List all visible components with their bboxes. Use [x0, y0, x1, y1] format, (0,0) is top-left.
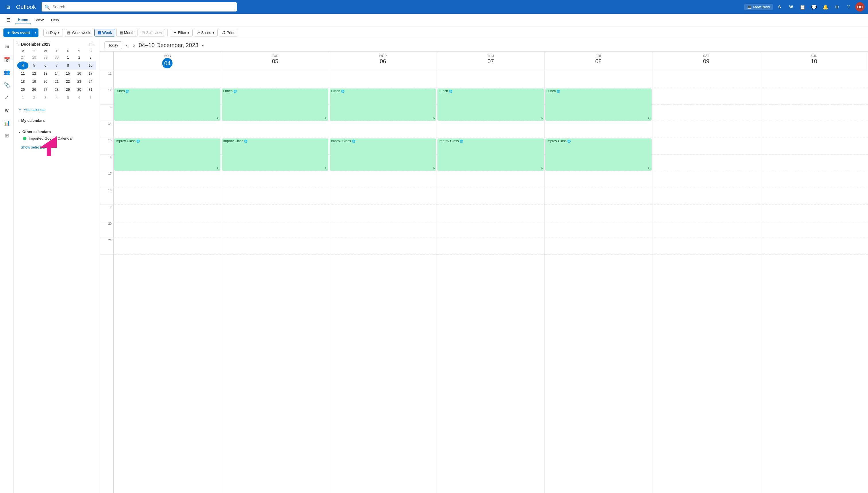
new-event-dropdown-button[interactable]: ▾ — [33, 29, 38, 37]
nav-word[interactable]: W — [1, 105, 13, 116]
mini-cal-day[interactable]: 28 — [51, 86, 62, 94]
mini-cal-day[interactable]: 8 — [62, 62, 73, 69]
mini-cal-day[interactable]: 6 — [40, 62, 51, 69]
mini-cal-day[interactable]: 30 — [51, 53, 62, 62]
mini-cal-day[interactable]: 3 — [40, 94, 51, 102]
mini-cal-day[interactable]: 2 — [28, 94, 40, 102]
mini-cal-day[interactable]: 15 — [62, 69, 73, 78]
calendar-event[interactable]: Improv Class 🌐↻ — [222, 138, 328, 171]
nav-people[interactable]: 👥 — [1, 67, 13, 78]
mini-cal-day[interactable]: 5 — [28, 62, 40, 69]
mini-cal-day[interactable]: 6 — [73, 94, 85, 102]
help-icon[interactable]: ? — [844, 2, 853, 12]
mini-cal-day[interactable]: 23 — [73, 78, 85, 86]
add-calendar-button[interactable]: ＋ Add calendar — [16, 105, 97, 114]
calendar-event[interactable]: Improv Class 🌐↻ — [545, 138, 652, 171]
mini-cal-day[interactable]: 4 — [17, 62, 28, 69]
nav-tasks[interactable]: ✓ — [1, 92, 13, 103]
mini-cal-day[interactable]: 19 — [28, 78, 40, 86]
mini-cal-day[interactable]: 26 — [28, 86, 40, 94]
calendar-event[interactable]: Improv Class 🌐↻ — [330, 138, 436, 171]
mini-cal-day[interactable]: 24 — [85, 78, 96, 86]
notifications-icon[interactable]: 🔔 — [821, 2, 830, 12]
mini-cal-day[interactable]: 17 — [85, 69, 96, 78]
settings-icon[interactable]: ⚙ — [832, 2, 842, 12]
calendar-event[interactable]: Improv Class 🌐↻ — [437, 138, 544, 171]
split-view-button[interactable]: ⊡ Split view — [139, 29, 165, 37]
mini-cal-day[interactable]: 22 — [62, 78, 73, 86]
nav-calendar[interactable]: 📅 — [1, 54, 13, 65]
nav-files[interactable]: 📎 — [1, 79, 13, 91]
mini-cal-day[interactable]: 9 — [73, 62, 85, 69]
calendar-event[interactable]: Improv Class 🌐↻ — [114, 138, 221, 171]
mini-cal-day[interactable]: 29 — [40, 53, 51, 62]
day-number[interactable]: 10 — [761, 58, 867, 65]
mini-cal-day[interactable]: 3 — [85, 53, 96, 62]
mini-cal-day[interactable]: 2 — [73, 53, 85, 62]
skype-icon[interactable]: S — [775, 2, 784, 12]
mini-cal-day[interactable]: 1 — [62, 53, 73, 62]
print-button[interactable]: 🖨 Print — [219, 29, 238, 37]
next-week-button[interactable]: › — [132, 42, 136, 49]
hamburger-menu[interactable]: ☰ — [3, 16, 13, 24]
nav-mail[interactable]: ✉ — [1, 41, 13, 53]
mini-cal-day[interactable]: 4 — [51, 94, 62, 102]
word-icon[interactable]: W — [786, 2, 796, 12]
mini-cal-day[interactable]: 20 — [40, 78, 51, 86]
mini-cal-day[interactable]: 14 — [51, 69, 62, 78]
calendar-event[interactable]: Lunch 🌐↻ — [330, 88, 436, 121]
my-calendars-header[interactable]: › My calendars — [18, 117, 95, 124]
nav-excel[interactable]: 📊 — [1, 117, 13, 129]
search-input[interactable] — [52, 5, 234, 9]
day-number[interactable]: 04 — [162, 58, 173, 68]
day-number[interactable]: 08 — [546, 58, 651, 65]
tasks-icon[interactable]: 📋 — [798, 2, 807, 12]
date-range-dropdown-button[interactable]: ▾ — [202, 43, 204, 48]
prev-week-button[interactable]: ‹ — [124, 42, 129, 49]
mini-cal-day[interactable]: 11 — [17, 69, 28, 78]
share-button[interactable]: ↗ Share ▾ — [194, 29, 218, 37]
mini-cal-day[interactable]: 28 — [28, 53, 40, 62]
mini-cal-prev-button[interactable]: ↑ — [88, 41, 92, 47]
tab-view[interactable]: View — [33, 16, 46, 24]
mini-cal-collapse-button[interactable]: ∨ — [17, 42, 20, 46]
tab-help[interactable]: Help — [48, 16, 62, 24]
mini-cal-next-button[interactable]: ↓ — [92, 41, 96, 47]
mini-cal-day[interactable]: 10 — [85, 62, 96, 69]
mini-cal-day[interactable]: 31 — [85, 86, 96, 94]
day-number[interactable]: 07 — [438, 58, 543, 65]
month-view-button[interactable]: ▦ Month — [116, 29, 137, 37]
calendar-event[interactable]: Lunch 🌐↻ — [437, 88, 544, 121]
calendar-event[interactable]: Lunch 🌐↻ — [222, 88, 328, 121]
day-number[interactable]: 09 — [654, 58, 759, 65]
work-week-view-button[interactable]: ▦ Work week — [64, 29, 93, 37]
day-number[interactable]: 05 — [223, 58, 327, 65]
mini-cal-day[interactable]: 7 — [51, 62, 62, 69]
avatar[interactable]: OD — [855, 2, 865, 12]
tab-home[interactable]: Home — [15, 16, 31, 24]
mini-cal-day[interactable]: 18 — [17, 78, 28, 86]
waffle-icon[interactable]: ⊞ — [3, 2, 13, 12]
mini-cal-day[interactable]: 1 — [17, 94, 28, 102]
mini-cal-day[interactable]: 27 — [40, 86, 51, 94]
meet-now-button[interactable]: 💻 Meet Now — [744, 4, 773, 10]
nav-apps[interactable]: ⊞ — [1, 130, 13, 141]
mini-cal-day[interactable]: 16 — [73, 69, 85, 78]
mini-cal-day[interactable]: 29 — [62, 86, 73, 94]
mini-cal-day[interactable]: 30 — [73, 86, 85, 94]
calendar-event[interactable]: Lunch 🌐↻ — [114, 88, 221, 121]
mini-cal-day[interactable]: 21 — [51, 78, 62, 86]
mini-cal-day[interactable]: 5 — [62, 94, 73, 102]
new-event-button[interactable]: ＋ New event — [4, 29, 33, 37]
day-view-button[interactable]: □ Day ▾ — [43, 29, 63, 37]
mini-cal-day[interactable]: 7 — [85, 94, 96, 102]
mini-cal-day[interactable]: 25 — [17, 86, 28, 94]
mini-cal-day[interactable]: 27 — [17, 53, 28, 62]
chat-icon[interactable]: 💬 — [809, 2, 819, 12]
week-view-button[interactable]: ▦ Week — [94, 29, 115, 37]
today-button[interactable]: Today — [105, 41, 122, 49]
filter-button[interactable]: ▼ Filter ▾ — [170, 29, 192, 37]
calendar-event[interactable]: Lunch 🌐↻ — [545, 88, 652, 121]
mini-cal-day[interactable]: 12 — [28, 69, 40, 78]
mini-cal-day[interactable]: 13 — [40, 69, 51, 78]
